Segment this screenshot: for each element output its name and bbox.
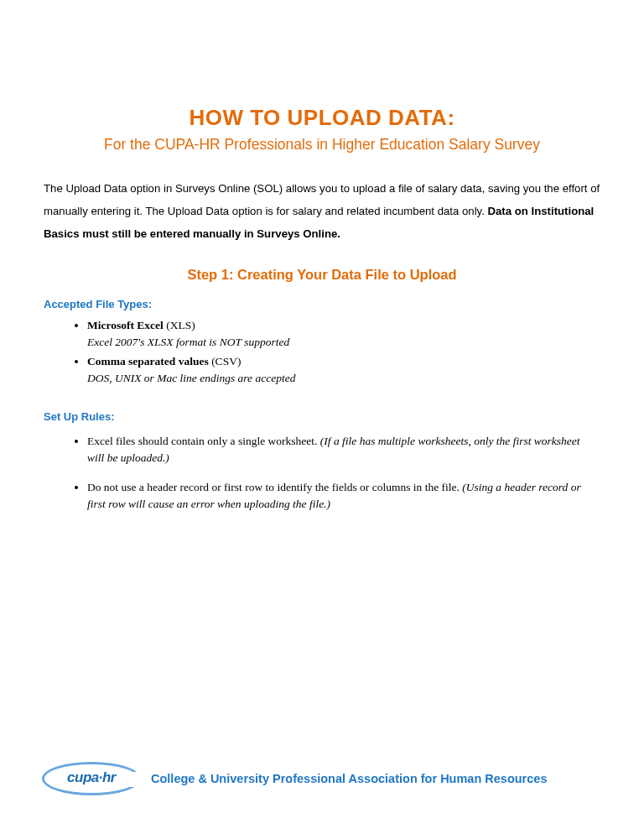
document-title: HOW TO UPLOAD DATA: xyxy=(44,105,600,131)
file-types-list: Microsoft Excel (XLS) Excel 2007's XLSX … xyxy=(87,317,600,387)
list-item: Microsoft Excel (XLS) Excel 2007's XLSX … xyxy=(87,317,600,352)
file-type-note: Excel 2007's XLSX format is NOT supporte… xyxy=(87,334,600,351)
list-item: Excel files should contain only a single… xyxy=(87,433,600,467)
set-up-rules-label: Set Up Rules: xyxy=(44,410,600,423)
footer: cupa·hr College & University Professiona… xyxy=(40,760,547,797)
rule-text: Do not use a header record or first row … xyxy=(87,481,462,493)
list-item: Comma separated values (CSV) DOS, UNIX o… xyxy=(87,353,600,388)
cupa-hr-logo: cupa·hr xyxy=(40,760,143,797)
rules-list: Excel files should contain only a single… xyxy=(87,433,600,513)
file-type-paren: (XLS) xyxy=(164,319,195,331)
file-type-name: Comma separated values xyxy=(87,355,209,367)
file-type-name: Microsoft Excel xyxy=(87,319,164,331)
accepted-file-types-label: Accepted File Types: xyxy=(44,298,600,310)
rule-text: Excel files should contain only a single… xyxy=(87,435,320,447)
document-subtitle: For the CUPA-HR Professionals in Higher … xyxy=(44,136,600,154)
footer-tagline: College & University Professional Associ… xyxy=(151,772,547,785)
list-item: Do not use a header record or first row … xyxy=(87,479,600,513)
step-1-heading: Step 1: Creating Your Data File to Uploa… xyxy=(44,267,600,283)
intro-paragraph: The Upload Data option in Surveys Online… xyxy=(44,177,600,245)
file-type-paren: (CSV) xyxy=(209,355,242,367)
file-type-note: DOS, UNIX or Mac line endings are accept… xyxy=(87,370,600,387)
logo-text: cupa·hr xyxy=(40,769,143,786)
